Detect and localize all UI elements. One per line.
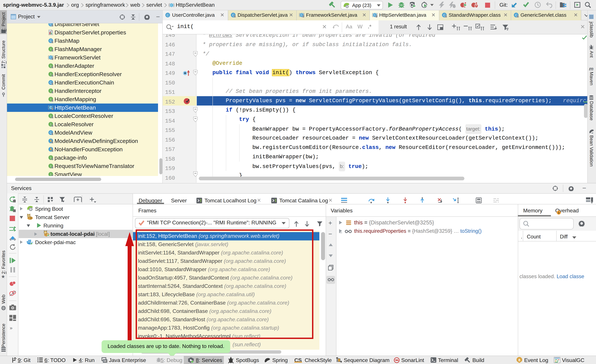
svg-text:EE: EE xyxy=(104,360,107,362)
svg-text:C: C xyxy=(171,3,172,7)
svg-text:C: C xyxy=(167,13,169,17)
svg-text:8: 8 xyxy=(518,358,520,362)
